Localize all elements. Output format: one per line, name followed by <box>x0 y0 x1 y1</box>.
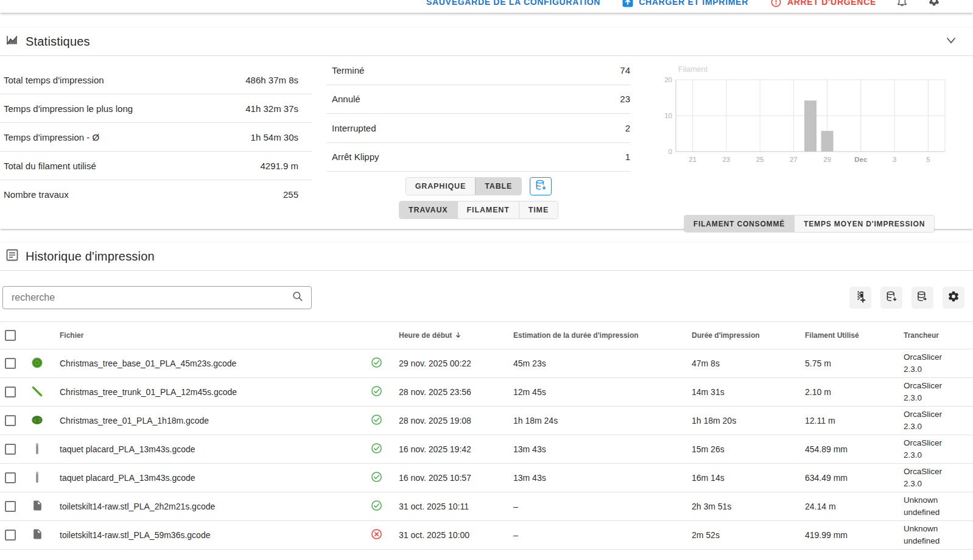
table-row[interactable]: toiletskilt14-raw.stl_PLA_59m36s.gcode31… <box>0 521 973 550</box>
statistics-title: Statistiques <box>26 35 90 49</box>
filament-used: 2.10 m <box>801 387 900 397</box>
file-name: Christmas_tree_trunk_01_PLA_12m45s.gcode <box>56 387 365 397</box>
table-row[interactable]: toiletskilt14-raw.stl_PLA_2h2m21s.gcode3… <box>0 492 973 521</box>
upload-icon <box>622 0 633 7</box>
filament-used: 5.75 m <box>801 359 900 368</box>
status-success-icon <box>371 357 382 370</box>
row-checkbox[interactable] <box>5 358 16 369</box>
import-history-button[interactable] <box>880 287 902 309</box>
data-toggle: TRAVAUXFILAMENTTIME <box>399 201 558 219</box>
slicer: Unknownundefined <box>900 494 973 519</box>
stat-status-row: Interrupted2 <box>326 114 630 143</box>
table-row[interactable]: Christmas_tree_01_PLA_1h18m.gcode28 nov.… <box>0 407 973 435</box>
slicer-name: OrcaSlicer <box>904 380 973 392</box>
file-name: taquet placard_PLA_13m43s.gcode <box>56 473 365 483</box>
row-checkbox[interactable] <box>5 472 16 483</box>
svg-text:25: 25 <box>756 156 764 163</box>
thumbnail-cell <box>24 414 56 428</box>
search-input[interactable] <box>12 292 292 303</box>
chart-metric-toggle: FILAMENT CONSOMMÉTEMPS MOYEN D'IMPRESSIO… <box>684 215 935 233</box>
svg-text:27: 27 <box>790 156 798 163</box>
estimated-duration: 12m 45s <box>510 387 688 397</box>
save-config-button[interactable]: SAUVEGARDE DE LA CONFIGURATION <box>426 0 600 7</box>
print-duration: 2h 3m 51s <box>688 502 801 511</box>
estimated-duration: 45m 23s <box>510 359 688 368</box>
estimated-duration: 13m 43s <box>510 444 688 454</box>
export-stats-button[interactable] <box>530 177 552 195</box>
print-duration: 16m 14s <box>688 473 801 483</box>
filament-bar-chart: Filament010202123252729Dec35 <box>659 62 955 169</box>
filament-used: 454.89 mm <box>801 444 900 454</box>
metric-filament-consomm-[interactable]: FILAMENT CONSOMMÉ <box>684 215 794 232</box>
row-checkbox-cell <box>0 530 24 541</box>
column-header-start-time[interactable]: Heure de début <box>395 331 510 340</box>
add-to-queue-icon <box>854 290 866 305</box>
stat-total-row: Temps d'impression - Ø1h 54m 30s <box>0 123 312 152</box>
row-checkbox[interactable] <box>5 501 16 512</box>
chevron-down-icon[interactable] <box>946 37 956 47</box>
stat-label: Terminé <box>332 65 364 75</box>
notifications-button[interactable] <box>896 0 908 10</box>
column-header-file[interactable]: Fichier <box>56 331 365 340</box>
tree-thumbnail <box>31 414 43 428</box>
slicer-name: OrcaSlicer <box>904 466 973 478</box>
data-time[interactable]: TIME <box>519 201 558 219</box>
stat-value: 255 <box>283 189 298 200</box>
row-checkbox[interactable] <box>5 415 16 426</box>
search-field[interactable] <box>2 286 312 309</box>
slicer-version: undefined <box>904 535 973 547</box>
slicer: OrcaSlicer2.3.0 <box>900 380 973 404</box>
print-duration: 14m 31s <box>688 387 801 397</box>
row-checkbox[interactable] <box>5 444 16 455</box>
row-checkbox[interactable] <box>5 530 16 541</box>
svg-text:20: 20 <box>664 76 672 83</box>
stat-value: 1 <box>625 152 630 162</box>
add-to-queue-button[interactable] <box>849 287 871 309</box>
history-settings-button[interactable] <box>943 287 964 309</box>
estimated-duration: 1h 18m 24s <box>510 416 688 425</box>
export-history-button[interactable] <box>912 287 933 309</box>
column-header-duration[interactable]: Durée d'impression <box>688 331 801 340</box>
slicer-version: undefined <box>904 506 973 519</box>
row-checkbox[interactable] <box>5 387 16 397</box>
bell-icon <box>896 0 908 10</box>
thumbnail-cell <box>24 443 56 457</box>
table-row[interactable]: Christmas_tree_base_01_PLA_45m23s.gcode2… <box>0 349 973 378</box>
stat-label: Interrupted <box>332 123 376 133</box>
gear-icon <box>947 290 960 305</box>
data-travaux[interactable]: TRAVAUX <box>399 201 457 219</box>
status-cell <box>365 500 395 513</box>
row-checkbox-cell <box>0 358 24 369</box>
table-row[interactable]: Christmas_tree_trunk_01_PLA_12m45s.gcode… <box>0 378 973 407</box>
select-all-checkbox[interactable] <box>5 330 16 341</box>
slicer-name: OrcaSlicer <box>904 408 973 421</box>
view-table[interactable]: TABLE <box>475 178 521 195</box>
data-filament[interactable]: FILAMENT <box>457 201 519 219</box>
table-row[interactable]: taquet placard_PLA_13m43s.gcode16 nov. 2… <box>0 464 973 492</box>
view-graphique[interactable]: GRAPHIQUE <box>406 178 476 195</box>
column-header-filament[interactable]: Filament Utilisé <box>801 331 900 340</box>
slicer-version: 2.3.0 <box>904 478 973 490</box>
slicer: OrcaSlicer2.3.0 <box>900 437 973 461</box>
metric-temps-moyen-d-impression[interactable]: TEMPS MOYEN D'IMPRESSION <box>794 215 934 232</box>
sort-desc-icon <box>454 331 462 339</box>
stat-label: Temps d'impression le plus long <box>4 103 133 114</box>
upload-print-button[interactable]: CHARGER ET IMPRIMER <box>622 0 748 7</box>
history-icon <box>5 248 19 265</box>
start-time: 16 nov. 2025 19:42 <box>395 444 510 454</box>
column-header-slicer[interactable]: Trancheur <box>900 331 973 340</box>
status-success-icon <box>371 443 382 456</box>
svg-text:3: 3 <box>893 156 896 163</box>
stat-total-row: Total du filament utilisé4291.9 m <box>0 152 312 180</box>
slicer-name: OrcaSlicer <box>904 437 973 449</box>
print-duration: 47m 8s <box>688 359 801 368</box>
print-duration: 1h 18m 20s <box>688 416 801 425</box>
interface-settings-button[interactable] <box>928 0 940 9</box>
stat-label: Arrêt Klippy <box>332 152 379 162</box>
emergency-stop-button[interactable]: ARRÊT D'URGENCE <box>770 0 876 8</box>
status-cell <box>365 528 395 542</box>
alert-circle-icon <box>770 0 782 8</box>
column-header-estimate[interactable]: Estimation de la durée d'impression <box>510 331 688 340</box>
status-success-icon <box>371 414 382 427</box>
table-row[interactable]: taquet placard_PLA_13m43s.gcode16 nov. 2… <box>0 435 973 464</box>
